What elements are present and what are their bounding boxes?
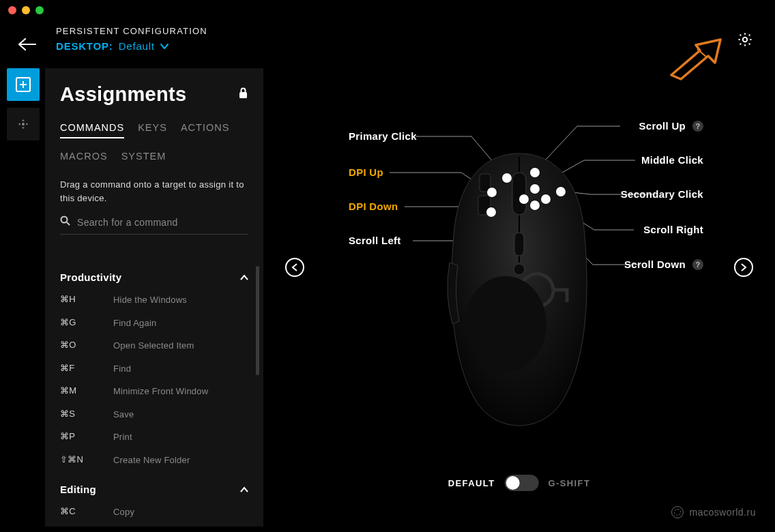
section-title: Productivity <box>60 271 121 283</box>
help-icon[interactable]: ? <box>692 121 703 132</box>
svg-rect-5 <box>512 173 526 215</box>
callout-secondary-click[interactable]: Secondary Click <box>621 188 703 200</box>
panel-title: Assignments <box>60 83 186 106</box>
command-item[interactable]: ⌘PPrint <box>60 426 248 449</box>
command-item[interactable]: ⌘MMinimize Front Window <box>60 380 248 403</box>
section-title: Editing <box>60 484 96 495</box>
command-item[interactable]: ⌘GFind Again <box>60 312 248 335</box>
shortcut: ⌘P <box>60 431 97 441</box>
profile-selector[interactable]: DESKTOP: Default <box>56 40 207 52</box>
callout-scroll-down[interactable]: Scroll Down? <box>624 258 703 270</box>
scrollbar[interactable] <box>256 266 259 375</box>
tab-commands[interactable]: COMMANDS <box>60 122 124 138</box>
back-button[interactable] <box>16 34 37 55</box>
callout-scroll-right[interactable]: Scroll Right <box>643 224 703 235</box>
callout-dpi-up[interactable]: DPI Up <box>349 166 383 178</box>
gshift-toggle[interactable] <box>504 475 538 491</box>
callout-middle-click[interactable]: Middle Click <box>641 154 703 166</box>
command-list[interactable]: Productivity ⌘HHide the Windows ⌘GFind A… <box>45 259 263 527</box>
svg-point-2 <box>23 123 24 125</box>
shortcut: ⌘G <box>60 317 97 327</box>
shortcut: ⌘S <box>60 409 97 419</box>
next-device-button[interactable] <box>734 258 753 277</box>
command-label: Open Selected Item <box>113 340 194 352</box>
lock-icon[interactable] <box>238 87 248 102</box>
mode-default-label[interactable]: DEFAULT <box>448 478 495 488</box>
search-icon <box>60 216 70 228</box>
window-minimize-button[interactable] <box>22 6 30 14</box>
shortcut: ⌘M <box>60 385 97 396</box>
shortcut: ⌘O <box>60 340 97 350</box>
section-editing[interactable]: Editing <box>60 484 248 495</box>
command-label: Minimize Front Window <box>113 385 208 398</box>
svg-rect-6 <box>514 233 524 256</box>
search-input[interactable] <box>77 217 248 228</box>
command-item[interactable]: ⌘FFind <box>60 357 248 381</box>
profile-name: Default <box>119 40 155 52</box>
callout-scroll-up[interactable]: Scroll Up? <box>639 120 703 132</box>
window-close-button[interactable] <box>8 6 16 14</box>
command-label: Save <box>113 409 134 421</box>
profile-prefix: DESKTOP: <box>56 40 113 52</box>
command-item[interactable]: ⌘CCopy <box>60 501 248 524</box>
chevron-up-icon <box>240 274 248 281</box>
tab-macros[interactable]: MACROS <box>60 151 108 166</box>
command-item[interactable]: ⌘HHide the Windows <box>60 289 248 312</box>
target-scroll-up[interactable] <box>530 168 540 177</box>
callout-primary-click[interactable]: Primary Click <box>349 130 417 142</box>
target-scroll-down[interactable] <box>530 201 540 210</box>
target-primary-click[interactable] <box>502 173 512 183</box>
tab-system[interactable]: SYSTEM <box>121 151 166 166</box>
target-scroll-left[interactable] <box>519 194 529 204</box>
rail-move-button[interactable] <box>7 108 40 141</box>
shortcut: ⇧⌘N <box>60 454 97 464</box>
config-label: PERSISTENT CONFIGURATION <box>56 26 207 36</box>
assignments-panel: Assignments COMMANDS KEYS ACTIONS MACROS… <box>45 68 263 527</box>
command-item[interactable]: ⌘SSave <box>60 403 248 426</box>
mouse-diagram: Primary Click DPI Up DPI Down Scroll Lef… <box>321 95 717 450</box>
svg-rect-3 <box>239 92 247 98</box>
command-label: Hide the Windows <box>113 294 187 306</box>
tabs: COMMANDS KEYS ACTIONS MACROS SYSTEM <box>60 122 248 166</box>
target-middle-click[interactable] <box>530 184 540 194</box>
command-label: Create New Folder <box>113 454 190 467</box>
tab-keys[interactable]: KEYS <box>138 122 167 138</box>
help-icon[interactable]: ? <box>692 259 703 270</box>
settings-button[interactable] <box>737 31 753 50</box>
svg-point-0 <box>743 38 747 42</box>
rail-add-button[interactable] <box>7 68 40 101</box>
callout-scroll-left[interactable]: Scroll Left <box>349 235 401 246</box>
shortcut: ⌘F <box>60 363 97 373</box>
chevron-down-icon <box>160 43 169 50</box>
hint-text: Drag a command onto a target to assign i… <box>60 178 248 205</box>
watermark: macosworld.ru <box>671 506 756 518</box>
command-label: Find <box>113 363 131 375</box>
command-label: Find Again <box>113 317 156 329</box>
command-label: Copy <box>113 506 134 518</box>
target-dpi-up[interactable] <box>487 188 497 197</box>
svg-point-10 <box>465 276 546 372</box>
svg-point-4 <box>61 217 68 223</box>
command-item[interactable]: ⌘OOpen Selected Item <box>60 334 248 357</box>
window-zoom-button[interactable] <box>35 6 44 14</box>
prev-device-button[interactable] <box>285 258 304 277</box>
command-label: Print <box>113 431 132 443</box>
watermark-icon <box>671 506 684 518</box>
target-scroll-right[interactable] <box>541 194 551 204</box>
svg-point-7 <box>514 264 525 275</box>
command-item[interactable]: ⇧⌘NCreate New Folder <box>60 449 248 472</box>
section-productivity[interactable]: Productivity <box>60 271 248 283</box>
target-dpi-down[interactable] <box>486 207 496 217</box>
target-secondary-click[interactable] <box>556 187 566 196</box>
shortcut: ⌘H <box>60 294 97 304</box>
callout-dpi-down[interactable]: DPI Down <box>349 201 398 212</box>
shortcut: ⌘C <box>60 506 97 516</box>
mode-gshift-label[interactable]: G-SHIFT <box>548 478 590 488</box>
command-item[interactable]: ⌘ASelect All <box>60 524 248 527</box>
tab-actions[interactable]: ACTIONS <box>181 122 229 138</box>
chevron-up-icon <box>240 486 248 493</box>
